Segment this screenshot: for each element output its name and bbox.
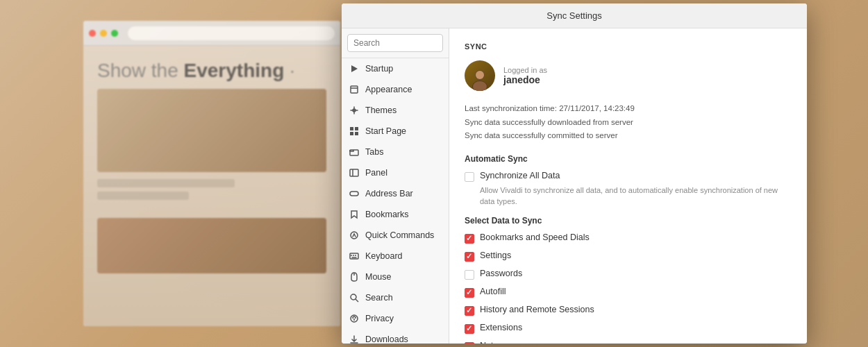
sidebar-item-tabs[interactable]: Tabs — [342, 142, 449, 162]
sidebar-label-bookmarks: Bookmarks — [365, 210, 409, 219]
quick-commands-icon — [349, 230, 360, 241]
address-bar-icon — [349, 188, 360, 199]
sidebar-nav: Startup Appearance — [342, 58, 449, 344]
select-data-title: Select Data to Sync — [465, 216, 792, 226]
sidebar-label-privacy: Privacy — [365, 314, 394, 323]
settings-sidebar: Startup Appearance — [342, 28, 449, 344]
svg-line-20 — [356, 299, 358, 302]
committed-text: Sync data successfully committed to serv… — [465, 129, 792, 143]
svg-rect-4 — [350, 127, 353, 130]
svg-marker-0 — [351, 65, 358, 72]
bg-heading: Show the Everything · — [97, 60, 326, 82]
sync-item-passwords: Passwords — [465, 269, 792, 280]
sync-all-label: Synchronize All Data — [480, 171, 560, 180]
sync-history-label: History and Remote Sessions — [480, 305, 594, 314]
sync-history-checkbox[interactable] — [465, 306, 474, 316]
settings-window: Sync Settings Startup — [342, 3, 807, 344]
sidebar-item-search[interactable]: Search — [342, 287, 449, 308]
sync-item-history: History and Remote Sessions — [465, 305, 792, 316]
sync-notes-label: Notes — [480, 341, 503, 344]
sidebar-label-downloads: Downloads — [365, 335, 408, 344]
themes-icon — [349, 105, 360, 116]
sidebar-label-panel: Panel — [365, 168, 387, 178]
last-sync-text: Last synchronization time: 27/11/2017, 1… — [465, 102, 792, 116]
sync-item-autofill: Autofill — [465, 287, 792, 298]
svg-rect-11 — [350, 192, 358, 196]
sidebar-label-mouse: Mouse — [365, 272, 392, 282]
svg-rect-9 — [350, 169, 358, 176]
downloaded-text: Sync data successfully downloaded from s… — [465, 116, 792, 130]
bg-browser-chrome: Show the Everything · — [83, 21, 340, 326]
svg-rect-6 — [350, 132, 353, 135]
sidebar-label-tabs: Tabs — [365, 147, 383, 157]
appearance-icon — [349, 84, 360, 95]
sync-item-notes: Notes — [465, 341, 792, 344]
sidebar-item-quick-commands[interactable]: Quick Commands — [342, 225, 449, 246]
logged-in-label: Logged in as — [503, 66, 547, 74]
svg-point-35 — [476, 71, 484, 79]
sync-extensions-label: Extensions — [480, 323, 522, 332]
mouse-icon — [349, 271, 360, 282]
sync-settings-label: Settings — [480, 251, 511, 260]
user-info: Logged in as janedoe — [503, 66, 547, 85]
sync-passwords-label: Passwords — [480, 269, 522, 278]
sidebar-item-appearance[interactable]: Appearance — [342, 79, 449, 100]
sidebar-label-start-page: Start Page — [365, 126, 406, 136]
svg-rect-1 — [351, 86, 358, 93]
sidebar-search-input[interactable] — [347, 34, 443, 52]
sync-extensions-checkbox[interactable] — [465, 324, 474, 334]
start-page-icon — [349, 126, 360, 137]
sync-all-checkbox[interactable] — [465, 172, 474, 182]
settings-titlebar: Sync Settings — [342, 3, 807, 28]
section-title: SYNC — [465, 42, 792, 51]
svg-rect-5 — [355, 127, 358, 130]
sidebar-label-keyboard: Keyboard — [365, 251, 403, 261]
sidebar-item-mouse[interactable]: Mouse — [342, 266, 449, 287]
sidebar-label-search: Search — [365, 293, 393, 303]
sync-autofill-label: Autofill — [480, 287, 506, 296]
sidebar-item-bookmarks[interactable]: Bookmarks — [342, 204, 449, 225]
sync-item-extensions: Extensions — [465, 323, 792, 334]
sidebar-item-start-page[interactable]: Start Page — [342, 121, 449, 142]
sidebar-item-privacy[interactable]: Privacy — [342, 308, 449, 329]
svg-point-19 — [351, 294, 356, 300]
sidebar-item-keyboard[interactable]: Keyboard — [342, 246, 449, 266]
sidebar-label-appearance: Appearance — [365, 85, 412, 94]
sidebar-label-themes: Themes — [365, 105, 397, 115]
sidebar-item-address-bar[interactable]: Address Bar — [342, 183, 449, 204]
username: janedoe — [503, 74, 547, 85]
sync-item-bookmarks: Bookmarks and Speed Dials — [465, 232, 792, 244]
sync-bookmarks-label: Bookmarks and Speed Dials — [480, 232, 590, 242]
sidebar-item-downloads[interactable]: Downloads — [342, 329, 449, 344]
sync-bookmarks-checkbox[interactable] — [465, 234, 474, 244]
keyboard-icon — [349, 251, 360, 262]
sidebar-item-startup[interactable]: Startup — [342, 58, 449, 79]
user-row: Logged in as janedoe — [465, 60, 792, 91]
bookmarks-icon — [349, 209, 360, 220]
svg-rect-7 — [355, 132, 358, 135]
automatic-sync-title: Automatic Sync — [465, 154, 792, 164]
sidebar-item-panel[interactable]: Panel — [342, 162, 449, 183]
svg-rect-13 — [350, 253, 358, 259]
sidebar-label-quick-commands: Quick Commands — [365, 230, 434, 240]
panel-icon — [349, 167, 360, 178]
sync-settings-checkbox[interactable] — [465, 252, 474, 262]
bg-image-2 — [97, 218, 326, 273]
startup-icon — [349, 63, 360, 74]
sidebar-item-themes[interactable]: Themes — [342, 100, 449, 121]
settings-main: SYNC Logged in as janedoe — [449, 28, 807, 344]
sync-autofill-checkbox[interactable] — [465, 288, 474, 298]
avatar — [465, 60, 495, 91]
tabs-icon — [349, 146, 360, 158]
sync-notes-checkbox[interactable] — [465, 342, 474, 344]
sync-status: Last synchronization time: 27/11/2017, 1… — [465, 102, 792, 143]
bg-image — [97, 89, 326, 172]
sidebar-label-address-bar: Address Bar — [365, 189, 413, 198]
sync-item-settings: Settings — [465, 251, 792, 262]
sync-all-hint: Allow Vivaldi to synchronize all data, a… — [480, 185, 792, 208]
window-title: Sync Settings — [546, 10, 602, 21]
privacy-icon — [349, 313, 360, 324]
search-nav-icon — [349, 292, 360, 303]
downloads-icon — [349, 334, 360, 344]
sync-passwords-checkbox[interactable] — [465, 270, 474, 280]
